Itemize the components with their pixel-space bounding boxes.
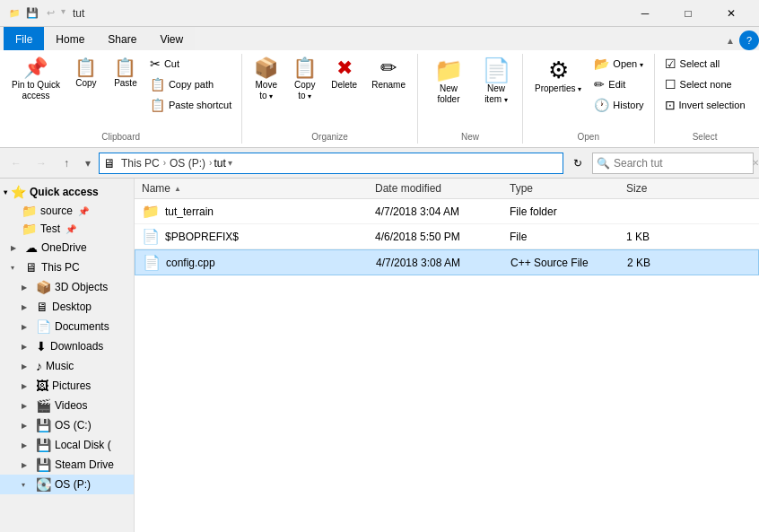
tab-share[interactable]: Share [96,27,148,50]
sidebar: ▾ ⭐ Quick access 📁 source 📌 📁 Test 📌 ▶ ☁… [0,179,135,532]
organize-content: 📦 Moveto ▾ 📋 Copyto ▾ ✖ Delete ✏ Rename [248,54,412,144]
desktop-label: Desktop [52,301,92,313]
quick-access-expand-icon: ▾ [4,188,7,196]
sidebar-item-osc[interactable]: ▶ 💾 OS (C:) [0,415,134,435]
select-all-button[interactable]: ☑ Select all [660,54,750,74]
back-button[interactable]: ← [5,153,27,174]
downloads-expand-icon: ▶ [22,343,32,351]
ribbon-collapse-btn[interactable]: ▲ [721,31,739,50]
breadcrumb-sep2: › [209,158,212,168]
new-folder-icon: 📁 [434,58,463,82]
delete-button[interactable]: ✖ Delete [325,54,363,95]
properties-button[interactable]: ⚙ Properties ▾ [528,54,588,99]
select-none-button[interactable]: ☐ Select none [660,74,750,94]
maximize-button[interactable]: □ [667,0,709,27]
sidebar-item-music[interactable]: ▶ ♪ Music [0,356,134,376]
minimize-button[interactable]: ─ [624,0,666,27]
table-row[interactable]: 📁 tut_terrain 4/7/2018 3:04 AM File fold… [135,199,759,224]
sidebar-item-thispc[interactable]: ▾ 🖥 This PC [0,257,134,277]
copy-path-label: Copy path [169,79,214,90]
col-size[interactable]: Size [626,182,698,195]
rename-button[interactable]: ✏ Rename [365,54,412,95]
address-box[interactable]: 🖥 This PC › OS (P:) › tut ▾ [99,153,563,174]
select-btns: ☑ Select all ☐ Select none ⊡ Invert sele… [660,54,750,129]
open-label: Open [523,132,654,142]
refresh-button[interactable]: ↻ [567,153,589,174]
tut-terrain-icon: 📁 [142,203,160,220]
tab-file[interactable]: File [4,27,44,50]
thispc-expand-icon: ▾ [11,264,22,272]
localdisk-icon: 💾 [36,438,51,452]
history-button[interactable]: 🕐 History [589,95,648,115]
up-button[interactable]: ↑ [56,153,77,174]
sidebar-item-desktop[interactable]: ▶ 🖥 Desktop [0,297,134,317]
ribbon-group-open: ⚙ Properties ▾ 📂 Open ▾ ✏ Edit 🕐 History… [523,54,655,144]
breadcrumb-thispc[interactable]: This PC [119,157,161,170]
table-row[interactable]: 📄 config.cpp 4/7/2018 3:08 AM C++ Source… [135,249,759,275]
sidebar-item-localdisk[interactable]: ▶ 💾 Local Disk ( [0,435,134,455]
sidebar-item-videos[interactable]: ▶ 🎬 Videos [0,396,134,415]
table-row[interactable]: 📄 $PBOPREFIX$ 4/6/2018 5:50 PM File 1 KB [135,224,759,249]
invert-selection-icon: ⊡ [665,98,676,112]
new-folder-label: Newfolder [437,83,459,105]
open-button[interactable]: 📂 Open ▾ [589,54,648,74]
quick-access-header[interactable]: ▾ ⭐ Quick access [0,182,134,202]
sidebar-item-osp[interactable]: ▾ 💽 OS (P:) [0,475,134,494]
col-name-label: Name [142,182,170,195]
pin-to-quick-access-button[interactable]: 📌 Pin to Quickaccess [5,54,66,106]
cut-button[interactable]: ✂ Cut [145,54,236,74]
close-button[interactable]: ✕ [711,0,752,27]
col-date[interactable]: Date modified [375,182,510,195]
test-pin-icon: 📌 [65,224,76,234]
sidebar-item-steam[interactable]: ▶ 💾 Steam Drive [0,455,134,475]
sidebar-item-test[interactable]: 📁 Test 📌 [0,220,134,238]
music-label: Music [46,360,74,372]
sidebar-item-documents[interactable]: ▶ 📄 Documents [0,317,134,336]
paste-icon: 📋 [114,58,136,76]
pictures-expand-icon: ▶ [22,382,32,390]
recent-locations-button[interactable]: ▾ [81,153,95,174]
tab-view[interactable]: View [148,27,195,50]
3dobjects-expand-icon: ▶ [22,283,32,292]
edit-button[interactable]: ✏ Edit [589,74,648,94]
paste-shortcut-label: Paste shortcut [169,100,231,110]
copy-to-button[interactable]: 📋 Copyto ▾ [286,54,323,106]
search-clear-icon: ✕ [752,158,759,168]
sidebar-item-downloads[interactable]: ▶ ⬇ Downloads [0,336,134,356]
help-button[interactable]: ? [739,31,759,50]
new-folder-button[interactable]: 📁 Newfolder [423,54,474,109]
sidebar-item-source[interactable]: 📁 source 📌 [0,202,134,220]
thispc-icon: 🖥 [25,260,38,275]
breadcrumb-tut[interactable]: tut [214,157,225,170]
new-item-button[interactable]: 📄 Newitem ▾ [475,54,517,109]
config-size: 2 KB [627,257,699,269]
pin-label: Pin to Quickaccess [12,80,60,101]
downloads-label: Downloads [50,340,103,353]
paste-shortcut-button[interactable]: 📋 Paste shortcut [145,95,236,115]
forward-button[interactable]: → [31,153,52,174]
select-content: ☑ Select all ☐ Select none ⊡ Invert sele… [660,54,750,144]
copy-button[interactable]: 📋 Copy [68,54,104,93]
paste-button[interactable]: 📋 Paste [108,54,144,93]
file-area: Name ▲ Date modified Type Size 📁 tut_ter… [135,179,759,532]
sidebar-item-3dobjects[interactable]: ▶ 📦 3D Objects [0,277,134,297]
undo-icon: ↩ [43,6,57,21]
invert-selection-button[interactable]: ⊡ Invert selection [660,95,750,115]
breadcrumb-dropdown[interactable]: ▾ [228,158,232,168]
breadcrumb-osp[interactable]: OS (P:) [168,157,207,170]
select-all-label: Select all [680,58,720,69]
copy-to-icon: 📋 [292,58,317,78]
move-to-button[interactable]: 📦 Moveto ▾ [248,54,284,106]
thispc-label: This PC [41,261,80,274]
sidebar-item-pictures[interactable]: ▶ 🖼 Pictures [0,376,134,396]
search-input[interactable] [614,157,748,170]
address-bar: ← → ↑ ▾ 🖥 This PC › OS (P:) › tut ▾ ↻ 🔍 … [0,148,759,179]
copy-path-button[interactable]: 📋 Copy path [145,74,236,94]
tab-home[interactable]: Home [44,27,96,50]
new-content: 📁 Newfolder 📄 Newitem ▾ [423,54,517,144]
col-date-label: Date modified [375,182,441,195]
steam-expand-icon: ▶ [22,461,32,469]
sidebar-item-onedrive[interactable]: ▶ ☁ OneDrive [0,238,134,257]
col-name[interactable]: Name ▲ [142,182,375,195]
col-type[interactable]: Type [510,182,626,195]
